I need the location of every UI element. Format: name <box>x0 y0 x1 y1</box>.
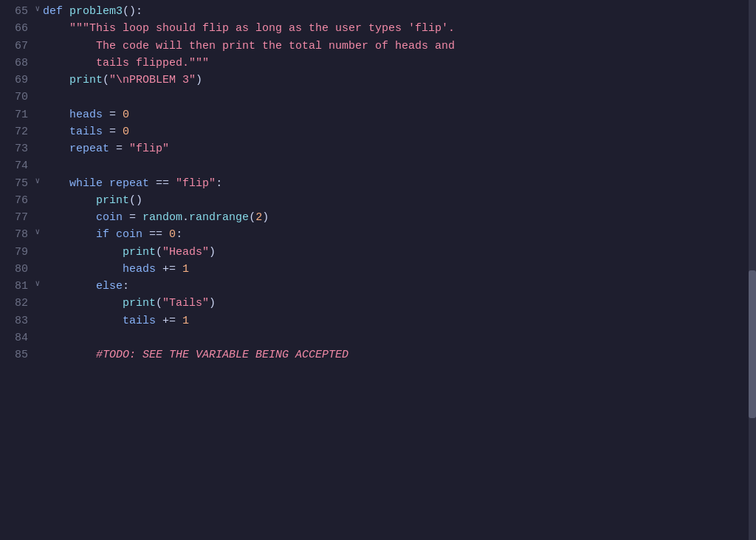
line-number-76: 76 <box>0 192 43 209</box>
code-editor: 65 ∨ def problem3(): 66 """This loop sho… <box>0 0 756 540</box>
line-number-81: 81 ∨ <box>0 278 43 295</box>
code-content-80: heads += 1 <box>43 261 756 278</box>
code-content-81: else: <box>43 278 756 295</box>
code-line-74: 74 <box>0 157 756 174</box>
line-number-70: 70 <box>0 89 43 106</box>
code-content-73: repeat = "flip" <box>43 140 756 157</box>
line-number-73: 73 <box>0 140 43 157</box>
line-number-75: 75 ∨ <box>0 175 43 192</box>
line-number-82: 82 <box>0 295 43 312</box>
code-line-75: 75 ∨ while repeat == "flip": <box>0 175 756 192</box>
code-line-77: 77 coin = random.randrange(2) <box>0 209 756 226</box>
code-line-79: 79 print("Heads") <box>0 244 756 261</box>
code-content-82: print("Tails") <box>43 295 756 312</box>
code-content-68: tails flipped.""" <box>43 55 756 72</box>
code-content-69: print("\nPROBLEM 3") <box>43 72 756 89</box>
code-content-83: tails += 1 <box>43 312 756 329</box>
code-line-83: 83 tails += 1 <box>0 312 756 329</box>
code-line-82: 82 print("Tails") <box>0 295 756 312</box>
code-line-84: 84 <box>0 329 756 346</box>
code-line-65: 65 ∨ def problem3(): <box>0 3 756 20</box>
code-content-65: def problem3(): <box>43 3 756 20</box>
line-number-80: 80 <box>0 261 43 278</box>
line-number-71: 71 <box>0 106 43 123</box>
code-line-78: 78 ∨ if coin == 0: <box>0 226 756 243</box>
code-line-67: 67 The code will then print the total nu… <box>0 38 756 55</box>
line-number-78: 78 ∨ <box>0 226 43 243</box>
code-line-81: 81 ∨ else: <box>0 278 756 295</box>
code-content-74 <box>43 157 756 174</box>
line-number-72: 72 <box>0 123 43 140</box>
line-number-68: 68 <box>0 55 43 72</box>
line-number-79: 79 <box>0 244 43 261</box>
code-content-75: while repeat == "flip": <box>43 175 756 192</box>
code-line-66: 66 """This loop should flip as long as t… <box>0 20 756 37</box>
code-content-76: print() <box>43 192 756 209</box>
code-line-72: 72 tails = 0 <box>0 123 756 140</box>
code-line-73: 73 repeat = "flip" <box>0 140 756 157</box>
code-content-85: #TODO: SEE THE VARIABLE BEING ACCEPTED <box>43 346 756 363</box>
code-content-72: tails = 0 <box>43 123 756 140</box>
line-number-77: 77 <box>0 209 43 226</box>
line-number-69: 69 <box>0 72 43 89</box>
code-line-80: 80 heads += 1 <box>0 261 756 278</box>
code-line-68: 68 tails flipped.""" <box>0 55 756 72</box>
line-number-85: 85 <box>0 346 43 363</box>
code-line-76: 76 print() <box>0 192 756 209</box>
code-line-71: 71 heads = 0 <box>0 106 756 123</box>
code-content-84 <box>43 329 756 346</box>
code-content-78: if coin == 0: <box>43 226 756 243</box>
scrollbar-thumb[interactable] <box>749 270 756 418</box>
line-number-66: 66 <box>0 20 43 37</box>
code-line-70: 70 <box>0 89 756 106</box>
line-number-74: 74 <box>0 157 43 174</box>
code-content-67: The code will then print the total numbe… <box>43 38 756 55</box>
line-number-83: 83 <box>0 312 43 329</box>
code-line-85: 85 #TODO: SEE THE VARIABLE BEING ACCEPTE… <box>0 346 756 363</box>
line-number-67: 67 <box>0 38 43 55</box>
code-content-79: print("Heads") <box>43 244 756 261</box>
code-content-77: coin = random.randrange(2) <box>43 209 756 226</box>
code-content-66: """This loop should flip as long as the … <box>43 20 756 37</box>
line-number-65: 65 ∨ <box>0 3 43 20</box>
line-number-84: 84 <box>0 329 43 346</box>
code-content-70 <box>43 89 756 106</box>
scrollbar[interactable] <box>749 0 756 540</box>
code-content-71: heads = 0 <box>43 106 756 123</box>
code-line-69: 69 print("\nPROBLEM 3") <box>0 72 756 89</box>
